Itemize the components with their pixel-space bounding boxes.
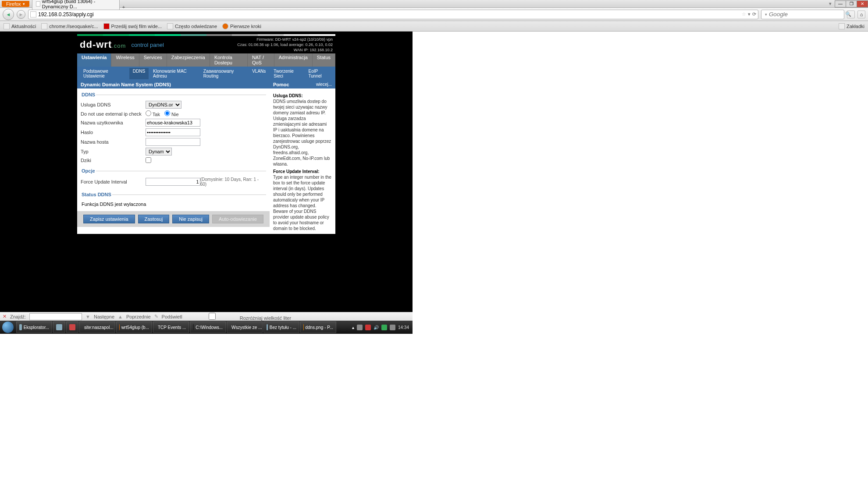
findbar-input[interactable] xyxy=(29,313,82,320)
subtab-sieci[interactable]: Tworzenie Sieci xyxy=(270,68,304,79)
taskbar-item[interactable]: Bez tytułu - ... xyxy=(263,322,299,333)
firmware-text: Firmware: DD-WRT v24-sp2 (10/10/09) vpn xyxy=(237,37,333,42)
downloads-icon[interactable] xyxy=(847,11,855,18)
tab-ustawienia[interactable]: Ustawienia xyxy=(77,53,111,67)
apply-button[interactable]: Zastosuj xyxy=(138,215,170,223)
tab-administracja[interactable]: Administracja xyxy=(274,53,313,67)
label-hostname: Nazwa hosta xyxy=(81,139,146,145)
taskbar-item[interactable] xyxy=(53,322,65,333)
find-next[interactable]: Następne xyxy=(94,314,114,319)
radio-tak[interactable] xyxy=(146,110,151,116)
start-button[interactable] xyxy=(0,321,16,334)
help-h2: Force Update Interval: xyxy=(273,169,332,174)
tray-icon[interactable] xyxy=(365,325,371,330)
new-tab-button[interactable]: + xyxy=(120,4,128,10)
close-button[interactable]: ✕ xyxy=(857,0,868,7)
browser-toolbar: ◄ ► ☆ ▾ ⟳ ▾ 🔍 ⌂ xyxy=(0,8,868,21)
tab-wireless[interactable]: Wireless xyxy=(111,53,139,67)
page-viewport: dd-wrt.com control panel Firmware: DD-WR… xyxy=(0,32,413,312)
tab-kontrola[interactable]: Kontrola Dostepu xyxy=(210,53,248,67)
save-button[interactable]: Zapisz ustawienia xyxy=(83,215,135,223)
taskbar-item[interactable]: site:naszapol... xyxy=(79,322,115,333)
find-case-label[interactable]: Rozróżniaj wielkość liter xyxy=(186,313,291,321)
tray-icon[interactable] xyxy=(381,325,387,330)
logo-subtitle: control panel xyxy=(131,42,164,48)
page-icon xyxy=(36,1,40,7)
back-button[interactable]: ◄ xyxy=(3,9,14,20)
tab-strip: wrt54glup (build 13064) - Dynamiczny D..… xyxy=(29,0,825,10)
bookmarks-icon xyxy=(839,23,845,29)
subtab-routing[interactable]: Zaawansowany Routing xyxy=(200,68,248,79)
select-type[interactable]: Dynamiczny xyxy=(146,148,172,156)
tab-zabezpieczenia[interactable]: Zabezpieczenia xyxy=(167,53,210,67)
search-engine-dropdown-icon[interactable]: ▾ xyxy=(765,12,767,17)
findbar-close-icon[interactable]: ✕ xyxy=(3,314,7,319)
find-next-icon[interactable]: ▼ xyxy=(85,314,90,319)
taskbar-item[interactable]: wrt54glup (b... xyxy=(116,322,152,333)
subtab-eoip[interactable]: EoIP Tunnel xyxy=(305,68,333,79)
clock[interactable]: 14:34 xyxy=(398,325,409,330)
taskbar-item[interactable] xyxy=(66,322,78,333)
tray-icon[interactable] xyxy=(357,325,363,330)
radio-tak-label[interactable]: Tak xyxy=(146,110,160,117)
window-menu-chevron[interactable]: ▾ xyxy=(825,1,835,7)
bookmark-item[interactable]: chrome://seoquake/c... xyxy=(41,23,98,29)
highlight-icon[interactable]: ✎ xyxy=(154,314,158,319)
input-username[interactable] xyxy=(146,119,200,127)
find-case-checkbox[interactable] xyxy=(186,313,238,320)
find-highlight[interactable]: Podświetl xyxy=(162,314,182,319)
input-hostname[interactable] xyxy=(146,138,200,146)
dont-save-button[interactable]: Nie zapisuj xyxy=(172,215,209,223)
select-service[interactable]: DynDNS.org xyxy=(146,101,181,109)
tray-icon[interactable] xyxy=(390,325,395,330)
url-dropdown-icon[interactable]: ▾ xyxy=(748,11,751,17)
tab-services[interactable]: Services xyxy=(139,53,167,67)
search-bar[interactable]: ▾ 🔍 xyxy=(761,10,844,19)
taskbar-item[interactable]: ddns.png - P... xyxy=(300,322,336,333)
subtab-podstawowe[interactable]: Podstawowe Ustawienie xyxy=(80,68,128,79)
site-identity-icon[interactable] xyxy=(30,11,36,18)
volume-icon[interactable]: 🔊 xyxy=(374,325,379,330)
minimize-button[interactable]: — xyxy=(835,0,846,7)
app-icon xyxy=(267,324,268,330)
taskbar-item[interactable]: Eksplorator... xyxy=(16,322,52,333)
find-prev[interactable]: Poprzednie xyxy=(126,314,151,319)
input-force-interval[interactable] xyxy=(146,178,200,186)
tab-status[interactable]: Status xyxy=(313,53,335,67)
bookmark-item[interactable]: Pierwsze kroki xyxy=(222,23,261,29)
url-input[interactable] xyxy=(38,11,740,18)
input-password[interactable] xyxy=(146,128,200,136)
radio-nie-label[interactable]: Nie xyxy=(164,110,179,117)
find-prev-icon[interactable]: ▲ xyxy=(118,314,123,319)
browser-tab[interactable]: wrt54glup (build 13064) - Dynamiczny D..… xyxy=(32,0,120,10)
tray-chevron-icon[interactable]: ▴ xyxy=(352,325,354,330)
taskbar-item[interactable]: C:\Windows... xyxy=(190,322,226,333)
bookmark-item[interactable]: Prześlij swój film wide... xyxy=(103,23,162,29)
firefox-menu-button[interactable]: Firefox xyxy=(2,1,29,7)
search-input[interactable] xyxy=(769,11,843,18)
radio-nie[interactable] xyxy=(164,110,170,116)
bookmark-star-icon[interactable]: ☆ xyxy=(742,11,746,17)
bookmark-item[interactable]: Często odwiedzane xyxy=(167,23,217,29)
firefox-icon xyxy=(222,23,228,29)
home-icon[interactable]: ⌂ xyxy=(857,11,865,18)
system-tray: ▴ 🔊 14:34 xyxy=(349,325,413,330)
url-bar[interactable]: ☆ ▾ ⟳ xyxy=(28,10,758,19)
tab-nat-qos[interactable]: NAT / QoS xyxy=(248,53,274,67)
help-more-link[interactable]: wiecej... xyxy=(316,82,332,87)
subtab-ddns[interactable]: DDNS xyxy=(129,68,149,79)
subtab-mac[interactable]: Klonowanie MAC Adresu xyxy=(149,68,199,79)
maximize-button[interactable]: ❐ xyxy=(846,0,857,7)
bookmark-item[interactable]: Aktualności xyxy=(4,23,36,29)
subtab-vlans[interactable]: VLANs xyxy=(249,68,269,79)
bookmarks-menu[interactable]: Zakładki xyxy=(839,23,864,29)
logo: dd-wrt.com xyxy=(80,39,126,50)
windows-orb-icon xyxy=(2,322,14,333)
taskbar-item[interactable]: TCP Events ... xyxy=(153,322,189,333)
forward-button[interactable]: ► xyxy=(17,10,25,19)
taskbar-item[interactable]: Wszystkie ze ... xyxy=(227,322,263,333)
checkbox-wildcard[interactable] xyxy=(146,157,151,163)
label-username: Nazwa uzytkownika xyxy=(81,120,146,125)
reload-icon[interactable]: ⟳ xyxy=(752,11,756,17)
auto-refresh-button: Auto-odswiezanie xyxy=(212,215,263,223)
